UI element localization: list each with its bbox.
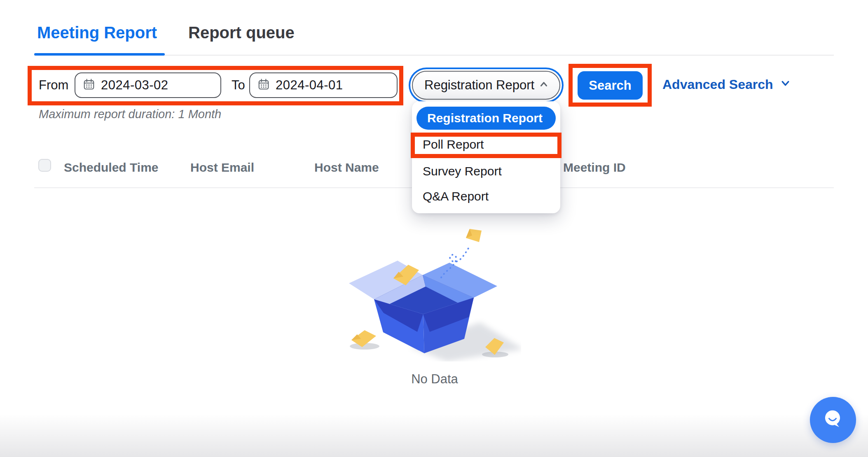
- report-type-selected-value: Registration Report: [424, 78, 534, 93]
- from-date-input[interactable]: 2024-03-02: [75, 72, 221, 98]
- calendar-icon: [257, 78, 270, 92]
- report-type-dropdown-menu: Registration Report Poll Report Survey R…: [412, 101, 560, 213]
- search-button[interactable]: Search: [578, 71, 643, 100]
- option-poll-report[interactable]: Poll Report: [423, 138, 484, 152]
- max-duration-note: Maximum report duration: 1 Month: [39, 107, 221, 121]
- option-registration-report[interactable]: Registration Report: [416, 107, 556, 130]
- column-header-scheduled-time: Scheduled Time: [64, 161, 159, 175]
- column-header-host-name: Host Name: [314, 161, 379, 175]
- to-date-input[interactable]: 2024-04-01: [249, 72, 398, 98]
- advanced-search-link[interactable]: Advanced Search: [662, 77, 791, 92]
- calendar-icon: [83, 78, 95, 92]
- chevron-up-icon: [538, 79, 550, 92]
- column-header-host-email: Host Email: [190, 161, 254, 175]
- from-label: From: [39, 78, 68, 93]
- chat-launcher-button[interactable]: [810, 397, 856, 443]
- tab-meeting-report[interactable]: Meeting Report: [37, 23, 157, 42]
- no-data-label: No Data: [348, 372, 521, 387]
- tab-report-queue[interactable]: Report queue: [188, 23, 295, 42]
- option-qa-report[interactable]: Q&A Report: [423, 189, 489, 203]
- advanced-search-label: Advanced Search: [662, 77, 773, 92]
- column-header-meeting-id: Meeting ID: [563, 161, 626, 175]
- to-date-value: 2024-04-01: [276, 78, 343, 93]
- empty-box-illustration: [348, 226, 521, 361]
- from-date-value: 2024-03-02: [101, 78, 168, 93]
- chat-bubble-icon: [819, 405, 847, 435]
- select-all-checkbox[interactable]: [38, 159, 51, 172]
- bottom-gradient: [0, 414, 868, 457]
- report-type-select[interactable]: Registration Report: [412, 71, 560, 100]
- chevron-down-icon: [780, 77, 791, 92]
- to-label: To: [232, 78, 245, 93]
- option-survey-report[interactable]: Survey Report: [423, 164, 502, 178]
- meeting-report-page: Meeting Report Report queue From 2024-03…: [0, 0, 868, 457]
- active-tab-underline: [34, 53, 165, 56]
